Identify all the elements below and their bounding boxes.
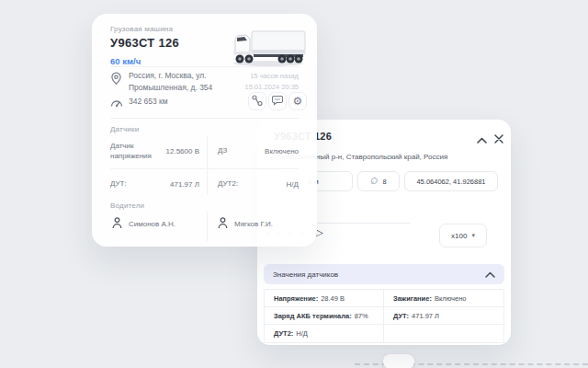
odometer-value: 342 653 км: [129, 97, 168, 106]
driver-item: Мягков Г.И.: [218, 217, 273, 231]
vehicle-type-label: Грузовая машина: [110, 25, 173, 33]
sensor-item: ДУТ: 471.97 Л: [110, 171, 199, 197]
chevron-up-icon: [485, 271, 495, 278]
sensor-item: ДЗ Включено: [218, 134, 299, 167]
cell-value: 471.97 Л: [412, 312, 439, 320]
person-icon: [218, 217, 228, 231]
sensor-value-cell: Заряд АКБ терминала:87%: [265, 307, 384, 325]
settings-button[interactable]: ⚙: [288, 92, 307, 110]
sensor-value-cell-empty: [384, 325, 505, 342]
cell-label: Заряд АКБ терминала:: [274, 312, 352, 320]
coordinates-stat: 45.064062, 41.926881: [404, 171, 498, 191]
route-button[interactable]: [248, 92, 266, 110]
sensor-item: ДУТ2: Н/Д: [218, 171, 299, 197]
cell-label: Напряжение:: [274, 294, 318, 303]
close-button[interactable]: [492, 132, 505, 145]
app-background: У963СТ 126 Промышленный р-н, Ставропольс…: [0, 0, 588, 368]
satellite-icon: [370, 177, 379, 187]
vehicle-address: Россия, г. Москва, ул. Промышленная, д. …: [129, 70, 212, 94]
sensor-value: Н/Д: [287, 180, 299, 189]
cell-label: ДУТ:: [393, 312, 409, 320]
driver-name: Симонов А.Н.: [129, 220, 175, 228]
address-line-1: Россия, г. Москва, ул.: [129, 70, 212, 82]
drivers-grid: Симонов А.Н. Мягков Г.И.: [110, 211, 299, 242]
map-control-pill[interactable]: [383, 354, 414, 368]
playback-speed-dropdown[interactable]: x100 ▾: [439, 224, 487, 247]
sensor-value-cell: ДУТ2:Н/Д: [265, 325, 384, 342]
sensor-value-cell: Зажигание:Включено: [384, 290, 505, 307]
sensor-value-cell: Напряжение:28.49 В: [265, 290, 384, 307]
gear-icon: ⚙: [293, 95, 303, 108]
sensor-value: Включено: [265, 147, 299, 155]
cell-value: Н/Д: [296, 329, 308, 338]
coordinates-value: 45.064062, 41.926881: [416, 178, 485, 186]
divider: [110, 66, 299, 67]
sensor-value-cell: ДУТ:471.97 Л: [384, 307, 505, 325]
vehicle-speed: 60 км/ч: [110, 56, 141, 66]
cell-value: Включено: [435, 294, 467, 303]
driver-name: Мягков Г.И.: [234, 220, 273, 228]
vehicle-plate-title: У963СТ 126: [110, 36, 179, 50]
sensor-values-table: Напряжение:28.49 В Зажигание:Включено За…: [264, 289, 504, 343]
driver-item: Симонов А.Н.: [112, 217, 175, 231]
close-icon: [494, 131, 503, 147]
chevron-up-icon: [477, 131, 487, 147]
messages-button[interactable]: [268, 92, 287, 110]
drivers-section-title: Водители: [110, 201, 144, 210]
caret-down-icon: ▾: [471, 232, 475, 239]
timestamp: 15.01.2024 20:35: [209, 82, 299, 93]
last-update: 15 часов назад 15.01.2024 20:35: [209, 71, 299, 92]
sensor-label: ДУТ:: [110, 178, 127, 189]
odometer-icon: [110, 95, 123, 111]
sensor-values-header[interactable]: Значения датчиков: [264, 264, 504, 284]
sensor-label: Датчик напряжения: [110, 141, 156, 161]
sensor-values-title: Значения датчиков: [273, 270, 338, 279]
cell-label: Зажигание:: [393, 294, 432, 303]
sensor-item: Датчик напряжения 12.5600 В: [110, 134, 199, 167]
divider: [110, 168, 299, 169]
time-ago: 15 часов назад: [209, 71, 299, 82]
sensors-section-title: Датчики: [110, 125, 139, 133]
chat-icon: [272, 93, 283, 109]
sensor-label: ДЗ: [218, 145, 227, 155]
play-icon[interactable]: ▷: [316, 227, 323, 237]
location-pin-icon: [110, 72, 122, 89]
route-icon: [252, 93, 263, 109]
collapse-button[interactable]: [475, 132, 488, 145]
satellites-value: 8: [382, 178, 386, 186]
cell-value: 87%: [355, 312, 368, 320]
sensor-value: 471.97 Л: [170, 180, 199, 189]
cell-label: ДУТ2:: [274, 329, 293, 338]
address-line-2: Промышленная, д. 354: [129, 82, 212, 94]
divider: [207, 136, 208, 195]
divider: [207, 211, 208, 242]
satellites-stat: 8: [357, 171, 400, 191]
person-icon: [112, 217, 122, 231]
divider: [110, 118, 299, 119]
vehicle-card: Грузовая машина У963СТ 126 60 км/ч: [92, 14, 317, 247]
sensors-grid: Датчик напряжения 12.5600 В ДЗ Включено …: [110, 134, 299, 198]
cell-value: 28.49 В: [321, 294, 345, 303]
sensor-value: 12.5600 В: [166, 147, 199, 155]
sensor-label: ДУТ2:: [218, 178, 238, 189]
playback-speed-value: x100: [451, 232, 467, 240]
